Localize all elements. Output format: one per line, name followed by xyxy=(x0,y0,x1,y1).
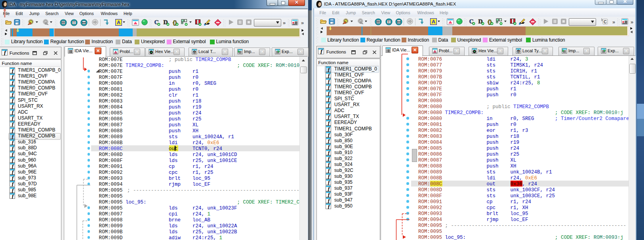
svg-text:T: T xyxy=(73,21,75,25)
svg-text:C: C xyxy=(604,19,607,24)
svg-text:O: O xyxy=(517,50,520,53)
svg-text:O: O xyxy=(193,51,196,54)
svg-text:A: A xyxy=(117,20,120,25)
svg-text:T: T xyxy=(388,20,390,24)
svg-text:A: A xyxy=(432,19,435,25)
